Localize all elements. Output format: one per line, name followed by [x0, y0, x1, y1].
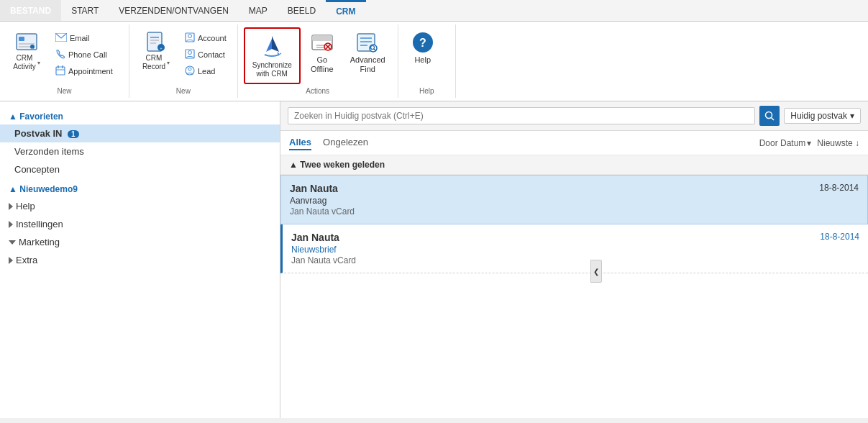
- group-help: ? Help Help: [398, 24, 456, 98]
- verzonden-label: Verzonden items: [14, 146, 84, 157]
- tab-bestand[interactable]: BESTAND: [0, 0, 61, 21]
- sort-order-label: Nieuwste ↓: [817, 138, 859, 148]
- concepten-label: Concepten: [14, 164, 60, 175]
- svg-text:+: +: [160, 46, 163, 50]
- svg-rect-7: [56, 67, 65, 75]
- advanced-find-icon: [356, 31, 379, 54]
- marketing-label: Marketing: [19, 237, 60, 247]
- sidebar-item-help[interactable]: Help: [0, 197, 280, 215]
- app-container: BESTAND START VERZENDEN/ONTVANGEN MAP BE…: [0, 0, 868, 418]
- help-button[interactable]: ? Help: [404, 27, 442, 68]
- email-item-1[interactable]: Jan Nauta Aanvraag Jan Nauta vCard 18-8-…: [280, 175, 868, 224]
- crm-activity-button[interactable]: + CRMActivity ▾: [6, 27, 47, 75]
- help-icon: ?: [411, 31, 434, 54]
- email-item-2[interactable]: Jan Nauta Nieuwsbrief Jan Nauta vCard 18…: [280, 224, 868, 273]
- go-offline-icon: [311, 31, 334, 54]
- email-icon: [55, 33, 67, 43]
- sidebar-item-extra[interactable]: Extra: [0, 251, 280, 269]
- favorieten-label: ▲ Favorieten: [9, 112, 63, 122]
- svg-line-42: [772, 118, 775, 121]
- svg-point-41: [766, 112, 772, 119]
- go-offline-label: GoOffline: [311, 55, 334, 74]
- date-group-twee-weken: ▲ Twee weken geleden: [280, 155, 868, 175]
- search-input[interactable]: [288, 107, 755, 124]
- postvak-in-label: Postvak IN: [14, 128, 62, 139]
- advanced-find-label: AdvancedFind: [350, 55, 385, 74]
- email-button[interactable]: Email: [50, 30, 118, 46]
- group-new-label: New: [6, 86, 123, 95]
- phone-call-label: Phone Call: [68, 50, 107, 59]
- sort-by-date[interactable]: Door Datum ▾: [759, 138, 812, 148]
- phone-call-button[interactable]: Phone Call: [50, 47, 118, 63]
- crm-activity-dropdown: ▾: [37, 60, 40, 66]
- group-help-inner: ? Help: [404, 27, 449, 86]
- search-filter-button[interactable]: Huidig postvak ▾: [784, 108, 861, 124]
- group-record: + CRMRecord ▾: [129, 24, 238, 98]
- email-date-1: 18-8-2014: [819, 183, 859, 193]
- account-icon: [185, 32, 195, 44]
- sort-controls: Door Datum ▾ Nieuwste ↓: [759, 138, 859, 148]
- group-new: + CRMActivity ▾: [0, 24, 129, 98]
- sort-order[interactable]: Nieuwste ↓: [817, 138, 859, 148]
- svg-point-20: [188, 51, 192, 55]
- sort-down-icon: ▾: [807, 138, 811, 148]
- svg-point-22: [188, 68, 191, 70]
- contact-button[interactable]: Contact: [180, 47, 232, 63]
- main-content: Huidig postvak ▾ Alles Ongelezen Door Da…: [280, 101, 868, 418]
- new-small-group: Email Phone Call: [50, 27, 118, 79]
- date-group-label: ▲ Twee weken geleden: [289, 160, 385, 170]
- search-bar: Huidig postvak ▾: [280, 101, 868, 131]
- ribbon-tabs: BESTAND START VERZENDEN/ONTVANGEN MAP BE…: [0, 0, 868, 22]
- crm-record-dropdown: ▾: [167, 60, 170, 66]
- tab-verzenden[interactable]: VERZENDEN/ONTVANGEN: [109, 0, 238, 21]
- svg-marker-23: [272, 36, 279, 52]
- group-record-inner: + CRMRecord ▾: [135, 27, 232, 86]
- group-new-inner: + CRMActivity ▾: [6, 27, 123, 86]
- sidebar-collapse-button[interactable]: ❮: [590, 260, 602, 283]
- email-subject-2: Nieuwsbrief: [291, 245, 859, 255]
- svg-marker-24: [266, 39, 272, 52]
- go-offline-button[interactable]: GoOffline: [303, 27, 341, 78]
- filter-ongelezen[interactable]: Ongelezen: [323, 135, 368, 150]
- svg-rect-1: [19, 37, 24, 41]
- crm-activity-icon: +: [15, 31, 38, 54]
- marketing-triangle: [9, 240, 16, 245]
- appointment-button[interactable]: Appointment: [50, 63, 118, 79]
- tab-beeld[interactable]: BEELD: [278, 0, 326, 21]
- sidebar-item-concepten[interactable]: Concepten: [0, 160, 280, 178]
- contact-icon: [185, 49, 195, 60]
- sidebar-item-verzonden[interactable]: Verzonden items: [0, 142, 280, 160]
- sidebar-item-marketing[interactable]: Marketing: [0, 233, 280, 251]
- crm-record-button[interactable]: + CRMRecord ▾: [135, 27, 177, 75]
- nieuwedemo9-label: ▲ Nieuwedemo9: [9, 184, 78, 194]
- account-button[interactable]: Account: [180, 30, 232, 46]
- phone-icon: [55, 49, 65, 60]
- tab-map[interactable]: MAP: [239, 0, 278, 21]
- tab-start[interactable]: START: [61, 0, 109, 21]
- email-sender-2: Jan Nauta: [291, 232, 859, 243]
- email-date-2: 18-8-2014: [820, 232, 859, 242]
- postvak-in-badge: 1: [68, 130, 79, 138]
- sidebar-item-instellingen[interactable]: Instellingen: [0, 215, 280, 233]
- sort-by-label: Door Datum: [759, 138, 806, 148]
- sidebar-item-postvak-in[interactable]: Postvak IN 1: [0, 124, 280, 142]
- help-nav-label: Help: [16, 201, 35, 212]
- synchronize-button[interactable]: Synchronizewith CRM: [244, 27, 301, 84]
- account-label: Account: [198, 34, 227, 42]
- tab-crm[interactable]: CRM: [326, 0, 365, 21]
- favorieten-header[interactable]: ▲ Favorieten: [0, 107, 280, 124]
- calendar-icon: [55, 65, 65, 77]
- nieuwedemo9-header[interactable]: ▲ Nieuwedemo9: [0, 178, 280, 197]
- instellingen-triangle: [9, 221, 13, 228]
- search-button[interactable]: [759, 106, 780, 126]
- appointment-label: Appointment: [68, 67, 113, 76]
- email-preview-2: Jan Nauta vCard: [291, 255, 859, 265]
- advanced-find-button[interactable]: AdvancedFind: [344, 27, 392, 78]
- ribbon-content: + CRMActivity ▾: [0, 22, 868, 101]
- email-list-header: Alles Ongelezen Door Datum ▾ Nieuwste ↓: [280, 131, 868, 155]
- filter-alles[interactable]: Alles: [289, 135, 311, 150]
- crm-record-icon: +: [145, 31, 168, 54]
- record-small-group: Account Contact: [180, 27, 232, 79]
- lead-button[interactable]: Lead: [180, 63, 232, 79]
- search-filter-label: Huidig postvak: [790, 111, 847, 121]
